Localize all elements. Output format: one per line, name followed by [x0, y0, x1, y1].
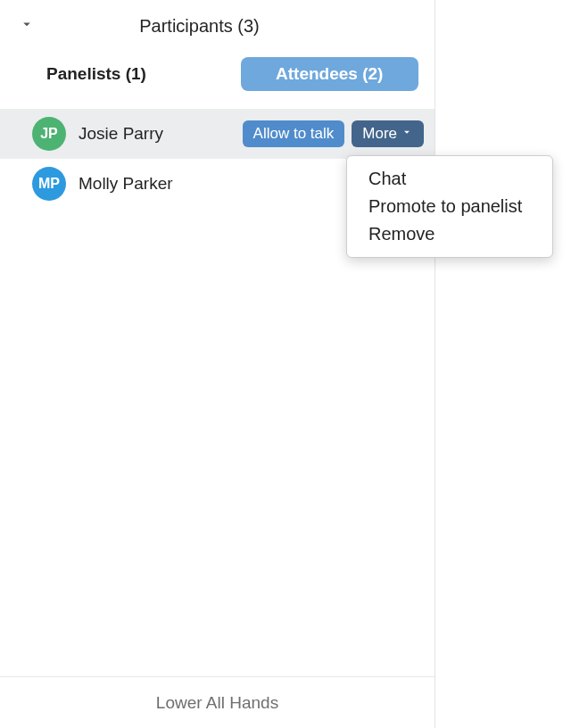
menu-item-chat[interactable]: Chat: [347, 165, 552, 193]
more-button[interactable]: More: [352, 120, 424, 147]
tab-panelists-label: Panelists (1): [46, 64, 146, 84]
lower-all-hands-button[interactable]: Lower All Hands: [156, 693, 278, 713]
panel-title: Participants (3): [9, 16, 426, 37]
participant-tabs: Panelists (1) Attendees (2): [0, 52, 434, 96]
allow-to-talk-label: Allow to talk: [253, 125, 335, 143]
more-label: More: [362, 125, 397, 143]
panel-header: Participants (3): [0, 0, 434, 52]
tab-panelists[interactable]: Panelists (1): [41, 57, 225, 91]
panel-footer: Lower All Hands: [0, 676, 434, 728]
attendee-name: Josie Parry: [79, 124, 230, 144]
avatar: MP: [32, 167, 66, 201]
avatar: JP: [32, 117, 66, 151]
chevron-down-icon: [401, 125, 413, 143]
tab-attendees[interactable]: Attendees (2): [241, 57, 419, 91]
participants-panel: Participants (3) Panelists (1) Attendees…: [0, 0, 435, 728]
tab-attendees-label: Attendees (2): [276, 64, 383, 84]
row-actions: Allow to talk More: [243, 120, 424, 147]
menu-item-remove[interactable]: Remove: [347, 220, 552, 248]
attendee-row[interactable]: JP Josie Parry Allow to talk More: [0, 109, 434, 159]
allow-to-talk-button[interactable]: Allow to talk: [243, 120, 345, 147]
more-menu-dropdown: Chat Promote to panelist Remove: [346, 155, 553, 258]
lower-all-hands-label: Lower All Hands: [156, 693, 278, 712]
menu-item-promote[interactable]: Promote to panelist: [347, 193, 552, 220]
